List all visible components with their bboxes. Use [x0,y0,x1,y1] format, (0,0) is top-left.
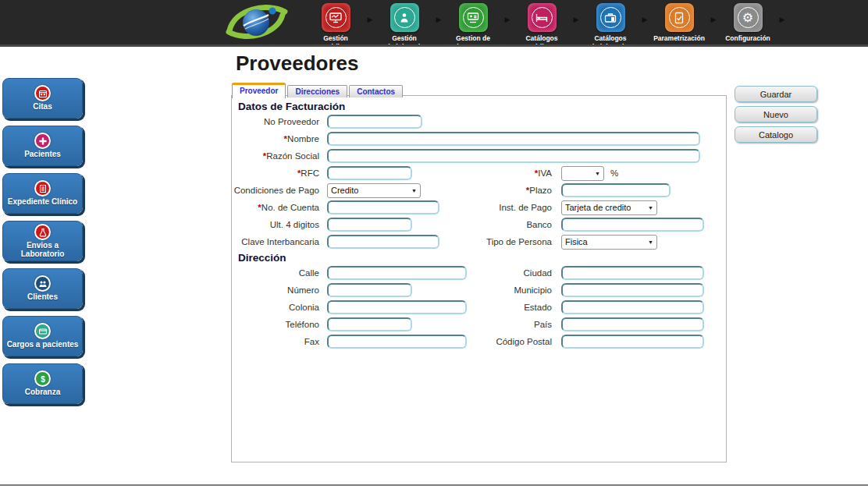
form-row: Teléfono País [232,317,726,331]
sidebar-item-clientes[interactable]: Clientes [2,268,83,309]
collection-money-icon: $ [34,370,51,387]
tab-proveedor[interactable]: Proveedor [232,83,286,98]
colonia-input[interactable] [327,300,467,314]
fax-input[interactable] [327,335,467,349]
lab-flask-icon [34,224,51,240]
menu-arrow-icon: ▶ [436,16,442,23]
plazo-input[interactable] [561,183,671,197]
dropdown-arrow-icon: ▼ [648,205,653,211]
inst-pago-select[interactable]: Tarjeta de credito ▼ [561,200,657,215]
menu-arrow-icon: ▶ [642,16,648,23]
page-title: Proveedores [236,51,359,76]
form-row: Calle Ciudad [232,266,726,280]
dropdown-arrow-icon: ▼ [411,188,417,193]
guardar-button[interactable]: Guardar [735,86,817,102]
svg-text:$: $ [41,374,45,383]
clients-icon [34,275,51,292]
telefono-input[interactable] [327,317,412,331]
no-cuenta-input[interactable] [327,200,439,214]
pais-input[interactable] [561,317,704,331]
condiciones-pago-select[interactable]: Credito ▼ [327,183,421,198]
rfc-input[interactable] [327,166,412,180]
action-buttons: Guardar Nuevo Catalogo [735,86,817,143]
menu-parametrizacion[interactable]: Parametrización [648,3,710,43]
footer-divider [0,484,868,486]
topbar-divider [0,44,868,47]
form-row: Fax Código Postal [232,335,726,349]
clave-interbancaria-input[interactable] [327,235,439,249]
top-navigation-bar: GestiónMédica ▶ GestiónAdministrativa ▶ … [0,0,868,44]
proveedor-form-panel: Datos de Facturación No Proveedor *Nombr… [231,95,727,462]
dropdown-arrow-icon: ▼ [595,171,600,176]
parametrizacion-icon [665,3,694,32]
form-row: *RFC *IVA ▼ % [232,166,726,180]
menu-arrow-icon: ▶ [367,16,373,23]
municipio-input[interactable] [561,283,704,297]
menu-arrow-icon: ▶ [573,16,579,23]
patient-cross-icon [34,133,51,149]
tab-contactos[interactable]: Contactos [349,85,403,97]
sidebar-item-cargos-pacientes[interactable]: Cargos a pacientes [2,316,83,356]
sidebar-item-cobranza[interactable]: $ Cobranza [2,363,83,404]
sidebar-item-expediente-clinico[interactable]: Expediente Clínico [2,173,83,214]
gestion-medica-icon [322,3,350,32]
form-row: Clave Interbancaria Tipo de Persona Fisi… [232,235,726,249]
tab-direcciones[interactable]: Direcciones [287,85,347,97]
gear-icon: ⚙ [742,12,753,24]
form-row: Ult. 4 digitos Banco [232,218,726,232]
sidebar-item-pacientes[interactable]: Pacientes [2,126,83,166]
tab-bar: Proveedor Direcciones Contactos [232,83,404,97]
form-row: *Razón Social [232,149,726,163]
codigo-postal-input[interactable] [561,335,704,349]
razon-social-input[interactable] [327,149,700,163]
dropdown-arrow-icon: ▼ [648,239,653,245]
cobros-pagos-icon [459,3,488,32]
gestion-administrativa-icon [390,3,419,32]
tipo-persona-select[interactable]: Fisica ▼ [561,235,657,250]
iva-percent-suffix: % [610,168,618,178]
form-row: *No. de Cuenta Inst. de Pago Tarjeta de … [232,200,726,214]
clinical-record-icon [34,180,51,197]
no-proveedor-input[interactable] [327,115,422,129]
numero-input[interactable] [327,283,412,297]
form-row: *Nombre [232,132,726,146]
catalogos-administrativos-icon [596,3,625,32]
estado-input[interactable] [561,300,704,314]
section-heading-facturacion: Datos de Facturación [238,101,726,112]
form-row: Número Municipio [232,283,726,297]
menu-arrow-icon: ▶ [779,16,785,23]
iva-select[interactable]: ▼ [561,166,604,181]
form-row: No Proveedor [232,115,726,129]
nombre-input[interactable] [327,132,700,146]
menu-arrow-icon: ▶ [504,16,510,23]
calendar-icon [34,85,51,101]
ult-4-digitos-input[interactable] [327,218,412,232]
ciudad-input[interactable] [561,266,704,280]
sidebar-item-envios-laboratorio[interactable]: Envios a Laboratorio [2,221,83,261]
menu-arrow-icon: ▶ [710,16,717,23]
form-row: Colonia Estado [232,300,726,314]
section-heading-direccion: Dirección [238,252,726,264]
catalogo-button[interactable]: Catalogo [735,126,817,143]
calle-input[interactable] [327,266,467,280]
configuracion-empresa-icon: ⚙ [734,3,763,32]
nuevo-button[interactable]: Nuevo [735,106,817,122]
app-logo [223,2,289,46]
sidebar-item-citas[interactable]: Citas [2,78,83,119]
banco-input[interactable] [561,218,704,232]
charges-card-icon [34,323,51,339]
form-row: Condiciones de Pago Credito ▼ *Plazo [232,183,726,197]
catalogos-medicos-icon [528,3,557,32]
sidebar: Citas Pacientes Expediente Clínico Envio… [2,78,83,404]
